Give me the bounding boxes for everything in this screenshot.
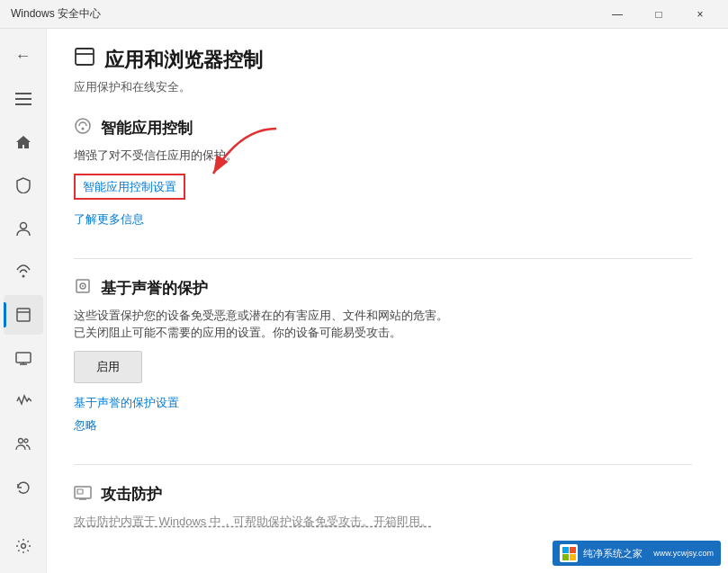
reputation-settings-link[interactable]: 基于声誉的保护设置 [74,395,179,411]
svg-rect-7 [16,353,31,363]
reputation-section: 基于声誉的保护 这些设置保护您的设备免受恶意或潜在的有害应用、文件和网站的危害。… [74,277,692,439]
svg-rect-27 [570,554,576,560]
content-area: 应用和浏览器控制 应用保护和在线安全。 智能应用控制 增强了对不受信任应用的保护… [47,29,728,573]
sidebar-item-history[interactable] [4,468,43,507]
reputation-desc: 这些设置保护您的设备免受恶意或潜在的有害应用、文件和网站的危害。已关闭阻止可能不… [74,307,692,342]
watermark: 纯净系统之家 www.ycwjsy.com [553,541,721,566]
smart-app-desc: 增强了对不受信任应用的保护。 [74,147,692,165]
titlebar-title: Windows 安全中心 [11,6,101,22]
titlebar: Windows 安全中心 — □ × [0,0,728,29]
minimize-button[interactable]: — [597,0,638,29]
sidebar-item-account[interactable] [4,209,43,248]
exploit-section: 攻击防护 攻击防护内置于 Windows 中，可帮助保护设备免受攻击。开箱即用。 [74,483,692,531]
exploit-icon [74,483,92,506]
smart-app-section: 智能应用控制 增强了对不受信任应用的保护。 智能应用控制设置 [74,117,692,233]
divider-1 [74,258,692,259]
svg-rect-2 [15,103,31,105]
sidebar-item-app[interactable] [4,295,43,335]
svg-rect-25 [570,547,576,553]
page-header: 应用和浏览器控制 [74,47,692,74]
exploit-title: 攻击防护 [101,484,162,505]
svg-point-12 [21,544,25,549]
close-button[interactable]: × [679,0,721,29]
sidebar-item-wifi[interactable] [4,252,43,291]
svg-rect-23 [77,489,83,494]
smart-app-icon [74,117,92,139]
sidebar-item-settings[interactable] [4,526,43,566]
svg-rect-5 [17,309,30,321]
sidebar-item-menu[interactable] [4,79,43,119]
sidebar-bottom [4,526,43,566]
svg-point-10 [18,439,22,443]
sidebar-item-health[interactable] [4,381,43,421]
smart-app-settings-link[interactable]: 智能应用控制设置 [83,179,176,195]
sidebar-item-shield[interactable] [4,166,43,205]
page-title: 应用和浏览器控制 [104,47,263,74]
sidebar: ← [0,29,47,573]
smart-app-learn-more-link[interactable]: 了解更多信息 [74,211,144,228]
svg-point-15 [82,128,85,130]
sidebar-item-family[interactable] [4,425,43,464]
smart-app-settings-box: 智能应用控制设置 [74,174,185,200]
watermark-icon [560,544,578,562]
exploit-header: 攻击防护 [74,483,692,506]
watermark-url: www.ycwjsy.com [653,549,714,558]
svg-point-11 [24,439,28,443]
smart-app-title: 智能应用控制 [101,118,193,139]
page-subtitle: 应用保护和在线安全。 [74,79,692,95]
svg-point-4 [22,275,24,278]
smart-app-link-container: 智能应用控制设置 [74,174,692,207]
enable-button[interactable]: 启用 [74,351,142,383]
watermark-text: 纯净系统之家 [583,547,643,560]
svg-point-3 [20,223,26,229]
titlebar-controls: — □ × [597,0,721,29]
svg-rect-0 [15,93,31,94]
svg-rect-24 [562,547,569,553]
svg-rect-1 [15,98,31,100]
ignore-link[interactable]: 忽略 [74,417,97,434]
svg-rect-13 [76,49,94,65]
sidebar-item-device[interactable] [4,338,43,378]
divider-2 [74,464,692,465]
svg-rect-26 [562,554,569,560]
svg-point-19 [82,285,84,287]
maximize-button[interactable]: □ [638,0,679,29]
main-layout: ← [0,29,728,573]
sidebar-item-back[interactable]: ← [4,36,43,76]
exploit-desc: 攻击防护内置于 Windows 中，可帮助保护设备免受攻击。开箱即用。 [74,513,692,531]
smart-app-header: 智能应用控制 [74,117,692,139]
reputation-title: 基于声誉的保护 [101,278,208,299]
sidebar-item-home[interactable] [4,122,43,162]
page-header-icon [74,47,95,74]
reputation-header: 基于声誉的保护 [74,277,692,300]
reputation-icon [74,277,92,300]
